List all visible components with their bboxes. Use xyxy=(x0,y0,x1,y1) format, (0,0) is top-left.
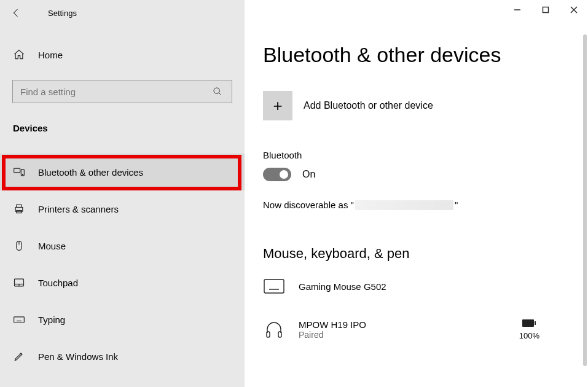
plus-icon: + xyxy=(263,91,292,120)
add-device-button[interactable]: + Add Bluetooth or other device xyxy=(263,91,433,120)
svg-rect-35 xyxy=(278,332,281,337)
sidebar-home[interactable]: Home xyxy=(12,48,63,61)
headphones-icon xyxy=(263,318,285,340)
svg-rect-37 xyxy=(535,321,536,325)
sidebar-item-mouse[interactable]: Mouse xyxy=(0,227,245,264)
discoverable-text: Now discoverable as " " xyxy=(263,200,458,210)
keyboard-device-icon xyxy=(263,275,285,297)
discoverable-prefix: Now discoverable as " xyxy=(263,200,354,210)
sidebar-item-label: Pen & Windows Ink xyxy=(38,351,118,362)
sidebar: Settings Home Devices Bluetooth & other … xyxy=(0,0,245,387)
battery-icon xyxy=(522,319,536,327)
svg-rect-5 xyxy=(17,205,22,207)
sidebar-section-heading: Devices xyxy=(13,123,48,133)
pen-icon xyxy=(12,350,26,363)
svg-rect-34 xyxy=(267,332,270,337)
touchpad-icon xyxy=(12,276,26,289)
sidebar-home-label: Home xyxy=(38,50,63,60)
app-title: Settings xyxy=(48,9,77,18)
svg-rect-36 xyxy=(522,319,534,327)
bluetooth-heading: Bluetooth xyxy=(263,150,302,160)
search-input[interactable] xyxy=(20,87,211,97)
bluetooth-toggle[interactable] xyxy=(263,168,291,181)
search-icon xyxy=(211,85,224,98)
svg-point-3 xyxy=(22,174,23,175)
device-row[interactable]: MPOW H19 IPO Paired 100% xyxy=(263,318,570,340)
home-icon xyxy=(12,48,26,61)
add-device-label: Add Bluetooth or other device xyxy=(304,100,433,111)
window-controls xyxy=(503,0,588,20)
page-title: Bluetooth & other devices xyxy=(263,43,501,67)
sidebar-item-touchpad[interactable]: Touchpad xyxy=(0,264,245,301)
sidebar-nav: Bluetooth & other devices Printers & sca… xyxy=(0,154,245,375)
discoverable-suffix: " xyxy=(455,200,458,210)
mouse-icon xyxy=(12,239,26,252)
bluetooth-toggle-state: On xyxy=(302,169,315,180)
back-button[interactable] xyxy=(11,7,22,22)
printer-icon xyxy=(12,202,26,216)
device-group-heading: Mouse, keyboard, & pen xyxy=(263,246,409,262)
device-name: Gaming Mouse G502 xyxy=(299,281,570,292)
device-battery: 100% xyxy=(519,319,539,340)
sidebar-item-bluetooth[interactable]: Bluetooth & other devices xyxy=(0,154,245,190)
sidebar-item-typing[interactable]: Typing xyxy=(0,301,245,338)
sidebar-item-label: Bluetooth & other devices xyxy=(38,167,143,178)
devices-icon xyxy=(12,165,26,179)
keyboard-icon xyxy=(12,313,26,326)
device-row[interactable]: Gaming Mouse G502 xyxy=(263,275,570,297)
sidebar-item-pen[interactable]: Pen & Windows Ink xyxy=(0,338,245,375)
sidebar-item-label: Touchpad xyxy=(38,278,78,288)
search-box[interactable] xyxy=(12,80,232,103)
sidebar-item-label: Mouse xyxy=(38,241,66,251)
sidebar-item-label: Typing xyxy=(38,315,65,325)
sidebar-item-printers[interactable]: Printers & scanners xyxy=(0,190,245,227)
battery-percentage: 100% xyxy=(519,331,539,340)
svg-rect-19 xyxy=(543,7,549,13)
minimize-button[interactable] xyxy=(503,0,531,20)
sidebar-item-label: Printers & scanners xyxy=(38,204,119,214)
svg-rect-1 xyxy=(14,168,20,173)
scrollbar[interactable] xyxy=(583,34,587,366)
svg-point-0 xyxy=(214,88,219,93)
svg-rect-22 xyxy=(264,280,284,293)
svg-rect-12 xyxy=(14,317,25,322)
main-content: Bluetooth & other devices + Add Bluetoot… xyxy=(245,0,588,387)
close-button[interactable] xyxy=(560,0,588,20)
redacted-device-name xyxy=(355,200,453,210)
maximize-button[interactable] xyxy=(531,0,560,20)
